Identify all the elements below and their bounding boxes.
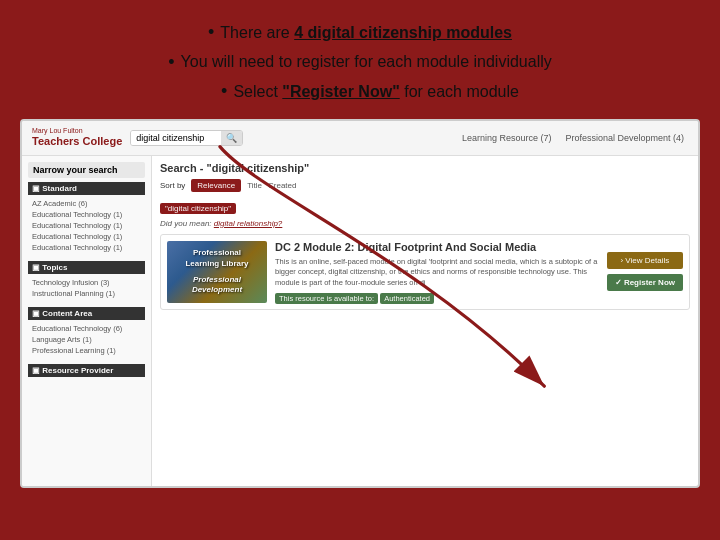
sidebar-section-resource-provider: ▣ Resource Provider — [28, 364, 145, 377]
result-actions: › View Details ✓ Register Now — [607, 241, 683, 304]
sidebar-section-provider-header: ▣ Resource Provider — [28, 364, 145, 377]
result-image-text-4: Development — [192, 285, 242, 295]
card-header: Mary Lou Fulton Teachers College 🔍 Learn… — [22, 121, 698, 156]
result-auth: This resource is available to: Authentic… — [275, 294, 599, 303]
sidebar: Narrow your search ▣ Standard AZ Academi… — [22, 156, 152, 486]
sort-created-option[interactable]: Created — [268, 181, 296, 190]
tab-learning-resource[interactable]: Learning Resource (7) — [458, 131, 556, 145]
sidebar-item-ed-tech-3[interactable]: Educational Technology (1) — [28, 231, 145, 242]
result-title: DC 2 Module 2: Digital Footprint And Soc… — [275, 241, 599, 253]
bullet-line-2: • You will need to register for each mod… — [30, 48, 690, 78]
view-details-button[interactable]: › View Details — [607, 252, 683, 269]
auth-prefix: This resource is available to: — [275, 293, 378, 304]
result-description: This is an online, self-paced module on … — [275, 257, 599, 289]
header-left: Mary Lou Fulton Teachers College 🔍 — [32, 127, 243, 149]
logo-area: Mary Lou Fulton Teachers College — [32, 127, 122, 149]
sidebar-section-standard: ▣ Standard AZ Academic (6) Educational T… — [28, 182, 145, 253]
sidebar-section-content-header: ▣ Content Area — [28, 307, 145, 320]
bullet-line-3: • Select "Register Now" for each module — [30, 77, 690, 107]
sidebar-section-content-area: ▣ Content Area Educational Technology (6… — [28, 307, 145, 356]
search-bar[interactable]: 🔍 — [130, 130, 243, 146]
did-you-mean: Did you mean: digital relationship? — [160, 219, 690, 228]
result-image-text-3: Professional — [193, 275, 241, 285]
result-image-overlay: Professional Learning Library Profession… — [167, 241, 267, 304]
result-detail: DC 2 Module 2: Digital Footprint And Soc… — [275, 241, 599, 304]
bullets-section: • There are 4 digital citizenship module… — [20, 18, 700, 107]
search-input[interactable] — [131, 131, 221, 145]
bullet-text-2: You will need to register for each modul… — [181, 49, 552, 75]
search-button[interactable]: 🔍 — [221, 131, 242, 145]
sidebar-item-tech-infusion[interactable]: Technology Infusion (3) — [28, 277, 145, 288]
register-now-button[interactable]: ✓ Register Now — [607, 274, 683, 291]
header-right: Learning Resource (7) Professional Devel… — [458, 131, 688, 145]
logo-text: Mary Lou Fulton Teachers College — [32, 127, 122, 149]
bullet-line-1: • There are 4 digital citizenship module… — [30, 18, 690, 48]
bullet-text-1: There are 4 digital citizenship modules — [220, 20, 512, 46]
tag-filter[interactable]: "digital citizenship" — [160, 203, 236, 214]
result-row: Professional Learning Library Profession… — [160, 234, 690, 311]
sidebar-title: Narrow your search — [28, 162, 145, 178]
bullet-dot-1: • — [208, 18, 214, 48]
auth-badge: Authenticated — [380, 293, 434, 304]
sidebar-item-ed-tech-ca[interactable]: Educational Technology (6) — [28, 323, 145, 334]
sidebar-item-ed-tech-2[interactable]: Educational Technology (1) — [28, 220, 145, 231]
bullet-dot-2: • — [168, 48, 174, 78]
search-results-title: Search - "digital citizenship" — [160, 162, 690, 174]
main-card: Mary Lou Fulton Teachers College 🔍 Learn… — [20, 119, 700, 488]
sidebar-section-topics: ▣ Topics Technology Infusion (3) Instruc… — [28, 261, 145, 299]
sidebar-item-az-academic[interactable]: AZ Academic (6) — [28, 198, 145, 209]
sidebar-section-topics-header: ▣ Topics — [28, 261, 145, 274]
sidebar-item-language-arts[interactable]: Language Arts (1) — [28, 334, 145, 345]
main-content: Search - "digital citizenship" Sort by R… — [152, 156, 698, 486]
highlight-register: "Register Now" — [282, 83, 399, 100]
card-body: Narrow your search ▣ Standard AZ Academi… — [22, 156, 698, 486]
logo-line2: Teachers College — [32, 135, 122, 148]
result-image-text-1: Professional — [193, 248, 241, 258]
bullet-text-3: Select "Register Now" for each module — [233, 79, 519, 105]
result-image: Professional Learning Library Profession… — [167, 241, 267, 304]
sort-label: Sort by — [160, 181, 185, 190]
sidebar-item-ed-tech-1[interactable]: Educational Technology (1) — [28, 209, 145, 220]
sort-bar: Sort by Relevance Title Created — [160, 179, 690, 192]
result-image-text-2: Learning Library — [185, 259, 248, 269]
sidebar-item-professional-learning[interactable]: Professional Learning (1) — [28, 345, 145, 356]
tab-professional-development[interactable]: Professional Development (4) — [561, 131, 688, 145]
sort-relevance-button[interactable]: Relevance — [191, 179, 241, 192]
sidebar-item-ed-tech-4[interactable]: Educational Technology (1) — [28, 242, 145, 253]
sort-title-option[interactable]: Title — [247, 181, 262, 190]
sidebar-section-standard-header: ▣ Standard — [28, 182, 145, 195]
bullet-dot-3: • — [221, 77, 227, 107]
did-you-mean-prefix: Did you mean: — [160, 219, 214, 228]
sidebar-item-instructional-planning[interactable]: Instructional Planning (1) — [28, 288, 145, 299]
did-you-mean-link[interactable]: digital relationship? — [214, 219, 283, 228]
logo-line1: Mary Lou Fulton — [32, 127, 122, 135]
screenshot-card-wrapper: Mary Lou Fulton Teachers College 🔍 Learn… — [20, 119, 700, 488]
highlight-modules: 4 digital citizenship modules — [294, 24, 512, 41]
